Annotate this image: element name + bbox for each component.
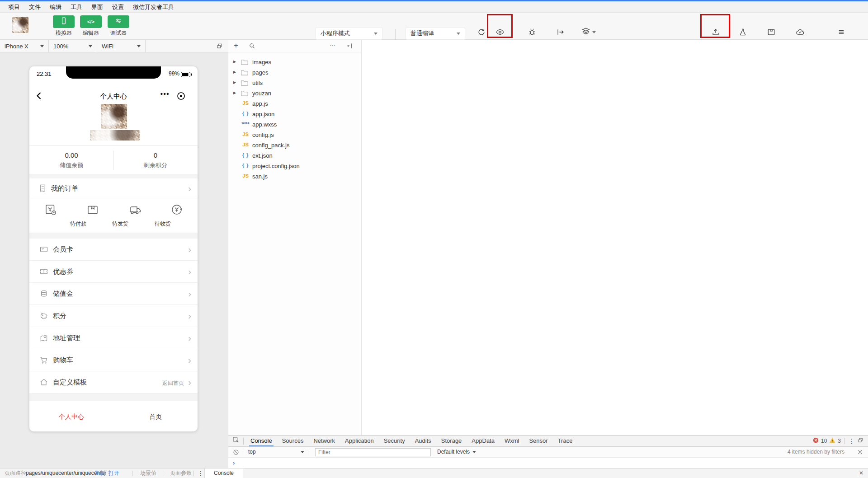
scale-select[interactable]: 100% — [49, 40, 97, 52]
tree-file-projectconfigjson[interactable]: { } project.config.json — [228, 161, 361, 171]
tab-personal-center[interactable]: 个人中心 — [29, 413, 113, 421]
warning-count[interactable]: 3 — [838, 438, 841, 444]
order-pending-receive[interactable]: 待收货 — [113, 198, 156, 233]
close-drawer-icon[interactable]: ✕ — [859, 469, 863, 478]
menu-item-tools[interactable]: 工具 — [66, 1, 87, 13]
detach-window-icon[interactable] — [216, 43, 223, 51]
mode-select[interactable]: 小程序模式 — [316, 27, 382, 40]
settings-gear-icon[interactable] — [857, 449, 863, 457]
log-level-select[interactable]: Default levels — [437, 449, 470, 455]
points-stat[interactable]: 0 剩余积分 — [113, 146, 198, 169]
more-dots-icon[interactable]: ••• — [160, 90, 170, 98]
tree-file-appjson[interactable]: { } app.json — [228, 109, 361, 119]
capsule-target-icon[interactable] — [176, 91, 186, 103]
context-select[interactable]: top — [248, 449, 256, 455]
order-pending-ship[interactable]: 待发货 — [71, 198, 113, 233]
inspect-element-icon[interactable] — [232, 436, 240, 445]
devtools-tab-security[interactable]: Security — [379, 436, 410, 446]
simulator-toggle-button[interactable]: 模拟器 — [50, 15, 77, 37]
console-drawer-tab[interactable]: Console — [204, 469, 243, 478]
balance-stat[interactable]: 0.00 储值余额 — [29, 146, 113, 169]
error-count[interactable]: 10 — [821, 438, 827, 444]
orders-header[interactable]: 我的订单 › — [29, 178, 198, 198]
devtools-tab-network[interactable]: Network — [308, 436, 340, 446]
tab-home[interactable]: 首页 — [113, 413, 198, 421]
devtools-tab-trace[interactable]: Trace — [553, 436, 578, 446]
menu-custom-template[interactable]: 自定义模板 返回首页 › — [29, 371, 198, 394]
tree-file-appjs[interactable]: JS app.js — [228, 98, 361, 109]
chevron-down-icon[interactable] — [472, 451, 476, 453]
add-file-icon[interactable]: + — [234, 41, 238, 50]
tree-folder-pages[interactable]: ▶ pages — [228, 67, 361, 78]
menu-item-edit[interactable]: 编辑 — [45, 1, 66, 13]
orders-section: 我的订单 › 待付款 待发货 — [29, 178, 198, 233]
order-after-sale[interactable]: 售后 — [156, 198, 198, 233]
user-avatar-large[interactable] — [101, 104, 127, 129]
tree-folder-utils[interactable]: ▶ utils — [228, 78, 361, 88]
tree-file-configpackjs[interactable]: JS config_pack.js — [228, 140, 361, 150]
menu-cart[interactable]: 购物车 › — [29, 349, 198, 371]
scene-value-label[interactable]: 场景值 — [140, 469, 156, 478]
flask-icon — [734, 26, 752, 38]
editor-toggle-button[interactable]: </> 编辑器 — [77, 15, 104, 37]
tree-file-appwxss[interactable]: wxss app.wxss — [228, 119, 361, 130]
card-icon — [39, 245, 48, 254]
devtools-tab-sources[interactable]: Sources — [277, 436, 309, 446]
console-output-area[interactable]: › — [228, 458, 868, 469]
more-options-icon[interactable]: ⋯ — [330, 41, 336, 48]
menu-item-view[interactable]: 界面 — [87, 1, 108, 13]
kebab-menu-icon[interactable]: ⋮ — [849, 437, 855, 445]
statusbar-divider — [193, 471, 194, 476]
tree-folder-youzan[interactable]: ▶ youzan — [228, 88, 361, 98]
tree-file-configjs[interactable]: JS config.js — [228, 130, 361, 140]
devtools-tab-storage[interactable]: Storage — [436, 436, 467, 446]
copy-path-link[interactable]: 复制 — [94, 469, 105, 478]
devtools-tab-application[interactable]: Application — [340, 436, 379, 446]
menu-item-file[interactable]: 文件 — [24, 1, 45, 13]
statusbar-divider — [163, 471, 163, 476]
drawer-kebab-icon[interactable]: ⋮ — [198, 469, 203, 478]
toolbar-divider — [395, 29, 396, 40]
devtools-tab-bar: Console Sources Network Application Secu… — [228, 436, 868, 447]
editor-area[interactable] — [362, 40, 868, 435]
collapse-panel-icon[interactable] — [346, 42, 353, 51]
devtools-tab-console[interactable]: Console — [245, 436, 277, 446]
menu-item-settings[interactable]: 设置 — [108, 1, 128, 13]
dock-window-icon[interactable] — [857, 437, 863, 445]
devtools-tab-sensor[interactable]: Sensor — [524, 436, 552, 446]
filter-input[interactable] — [315, 448, 431, 456]
page-params-label[interactable]: 页面参数 — [170, 469, 192, 478]
expand-arrow-icon[interactable]: ▶ — [233, 91, 236, 95]
expand-arrow-icon[interactable]: ▶ — [233, 60, 236, 64]
tree-file-sanjs[interactable]: JS san.js — [228, 171, 361, 182]
tree-folder-images[interactable]: ▶ images — [228, 57, 361, 67]
tree-file-extjson[interactable]: { } ext.json — [228, 150, 361, 161]
device-select[interactable]: iPhone X — [0, 40, 49, 52]
network-select[interactable]: WiFi — [97, 40, 146, 52]
menu-member-card[interactable]: 会员卡 › — [29, 239, 198, 261]
menu-stored-value[interactable]: 储值金 › — [29, 283, 198, 305]
clear-console-icon[interactable] — [233, 449, 239, 457]
devtools-tab-audits[interactable]: Audits — [410, 436, 436, 446]
devtools-tab-wxml[interactable]: Wxml — [500, 436, 524, 446]
console-filter-bar: top Default levels 4 items hidden by fil… — [228, 447, 868, 458]
menu-coupons[interactable]: 优惠券 › — [29, 261, 198, 283]
menu-item-project[interactable]: 项目 — [4, 1, 24, 13]
devtools-tab-appdata[interactable]: AppData — [467, 436, 500, 446]
back-home-link[interactable]: 返回首页 — [162, 380, 184, 387]
open-path-link[interactable]: 打开 — [108, 469, 119, 478]
hidden-items-info: 4 items hidden by filters — [788, 449, 844, 455]
compile-mode-select[interactable]: 普通编译 — [406, 27, 465, 40]
expand-arrow-icon[interactable]: ▶ — [233, 70, 236, 74]
page-path-label: 页面路径 — [5, 469, 26, 478]
expand-arrow-icon[interactable]: ▶ — [233, 80, 236, 84]
order-pending-payment[interactable]: 待付款 — [29, 198, 71, 233]
chevron-down-icon[interactable] — [301, 451, 304, 453]
menu-points[interactable]: 积分 › — [29, 305, 198, 327]
debugger-toggle-button[interactable]: 调试器 — [105, 15, 132, 37]
menu-address[interactable]: 地址管理 › — [29, 327, 198, 349]
refund-icon — [170, 203, 184, 218]
menu-item-devtools[interactable]: 微信开发者工具 — [128, 1, 179, 13]
search-icon[interactable] — [249, 42, 255, 51]
user-avatar[interactable] — [12, 17, 28, 33]
